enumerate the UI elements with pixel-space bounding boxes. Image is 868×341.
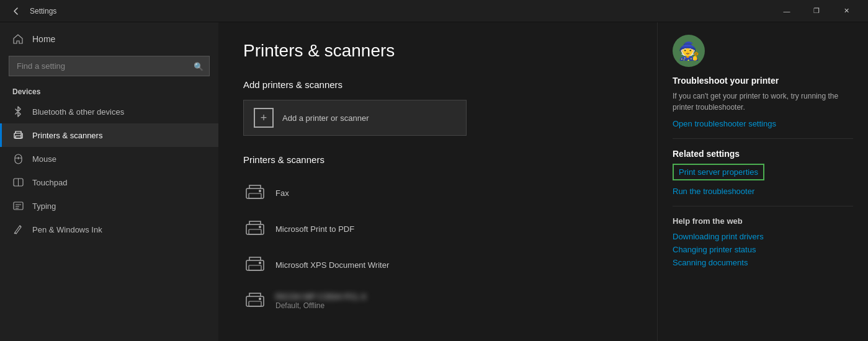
sidebar-item-pen[interactable]: Pen & Windows Ink [0,218,218,241]
printer-item-default[interactable]: RICOH MP C3504 PCL 6 Default, Offline [243,283,632,319]
sidebar-item-label: Pen & Windows Ink [32,225,102,234]
svg-rect-7 [249,193,261,198]
main-layout: Home 🔍 Devices Bluetooth & other devices [0,22,868,341]
printer-item-fax[interactable]: Fax [243,175,632,211]
pen-icon [12,224,24,235]
sidebar-item-touchpad[interactable]: Touchpad [0,170,218,194]
main-content: Printers & scanners Add printers & scann… [218,22,657,341]
add-printer-button[interactable]: + Add a printer or scanner [243,100,467,136]
sidebar-item-label: Bluetooth & other devices [32,107,124,117]
mouse-icon [12,153,24,164]
bluetooth-icon [12,106,24,117]
right-panel: 🧙 Troubleshoot your printer If you can't… [657,22,868,341]
back-button[interactable] [7,2,25,20]
printer-name: Microsoft XPS Document Writer [275,260,389,270]
printer-name: Microsoft Print to PDF [275,224,354,234]
help-link-1[interactable]: Downloading print drivers [673,232,853,241]
divider [673,138,853,139]
sidebar-item-mouse[interactable]: Mouse [0,147,218,170]
printer-name: Fax [275,188,289,198]
troubleshoot-title: Troubleshoot your printer [673,76,853,86]
divider-2 [673,206,853,206]
sidebar-section-label: Devices [0,84,218,100]
avatar: 🧙 [673,35,705,67]
help-title: Help from the web [673,216,853,226]
window-controls: — ❐ ✕ [772,0,861,22]
svg-rect-1 [16,136,21,138]
troubleshoot-description: If you can't get your printer to work, t… [673,91,853,113]
minimize-button[interactable]: — [772,0,801,22]
run-troubleshooter-link[interactable]: Run the troubleshooter [673,187,853,196]
sidebar-item-bluetooth[interactable]: Bluetooth & other devices [0,100,218,123]
add-button-label: Add a printer or scanner [282,113,369,123]
sidebar-item-label: Touchpad [32,178,67,187]
sidebar-item-typing[interactable]: Typing [0,194,218,218]
printer-item-pdf[interactable]: Microsoft Print to PDF [243,211,632,247]
printer-item-xps[interactable]: Microsoft XPS Document Writer [243,247,632,283]
home-icon [12,33,24,45]
sidebar-search: 🔍 [9,56,210,76]
printer-icon [12,130,24,141]
search-icon: 🔍 [194,61,204,71]
add-icon: + [254,108,274,128]
help-link-2[interactable]: Changing printer status [673,245,853,254]
sidebar-item-printers[interactable]: Printers & scanners [0,123,218,147]
printer-name: RICOH MP C3504 PCL 6 [275,292,366,301]
svg-point-14 [259,262,261,264]
titlebar-title: Settings [30,7,56,16]
svg-rect-10 [249,229,261,234]
sidebar-item-label: Typing [32,202,56,211]
maximize-button[interactable]: ❐ [802,0,831,22]
search-input[interactable] [9,56,210,76]
printer-default-icon [243,289,267,312]
page-title: Printers & scanners [243,41,632,61]
related-settings-title: Related settings [673,149,853,159]
svg-rect-16 [249,301,261,306]
titlebar: Settings — ❐ ✕ [0,0,868,22]
home-label: Home [32,34,55,44]
sidebar-item-label: Printers & scanners [32,131,102,140]
print-server-link[interactable]: Print server properties [673,164,764,180]
printer-status: Default, Offline [275,301,366,310]
close-button[interactable]: ✕ [832,0,861,22]
svg-point-2 [20,135,22,136]
svg-point-17 [259,298,261,300]
svg-point-11 [259,226,261,228]
open-troubleshooter-link[interactable]: Open troubleshooter settings [673,119,853,128]
printer-pdf-icon [243,217,267,241]
printer-fax-icon [243,181,267,205]
add-section-title: Add printers & scanners [243,79,632,90]
typing-icon [12,200,24,211]
printers-section-title: Printers & scanners [243,154,632,165]
svg-rect-13 [249,265,261,270]
help-link-3[interactable]: Scanning documents [673,258,853,267]
sidebar: Home 🔍 Devices Bluetooth & other devices [0,22,218,341]
touchpad-icon [12,177,24,188]
svg-point-8 [259,190,261,192]
sidebar-item-label: Mouse [32,154,56,164]
sidebar-home[interactable]: Home [0,27,218,51]
printer-xps-icon [243,253,267,277]
